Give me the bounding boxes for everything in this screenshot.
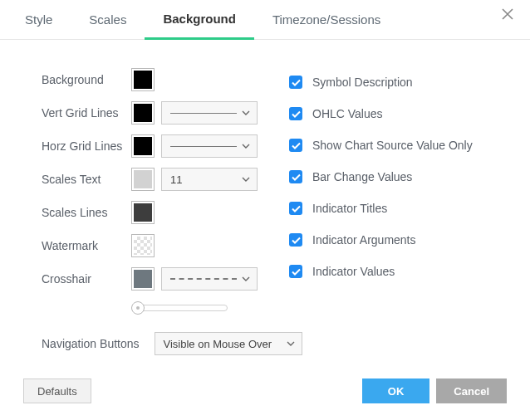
right-column: Symbol Description OHLC Values Show Char… [289, 63, 500, 320]
swatch-color-icon [134, 137, 152, 155]
row-indicator-titles: Indicator Titles [289, 193, 500, 224]
crosshair-line-style-dropdown[interactable] [161, 267, 258, 291]
check-icon [292, 79, 301, 86]
horz-grid-line-style-dropdown[interactable] [161, 134, 258, 158]
label-crosshair: Crosshair [42, 272, 125, 286]
crosshair-opacity-slider[interactable] [131, 301, 228, 315]
check-icon [292, 268, 301, 276]
scales-text-size-dropdown[interactable]: 11 [161, 168, 258, 191]
background-color-swatch[interactable] [131, 68, 155, 91]
row-crosshair: Crosshair [42, 262, 258, 295]
check-icon [292, 142, 301, 149]
crosshair-color-swatch[interactable] [131, 267, 155, 291]
scales-text-color-swatch[interactable] [131, 168, 155, 191]
settings-body: Background Vert Grid Lines Horz Grid Lin… [0, 40, 530, 320]
row-source-only: Show Chart Source Value Only [289, 129, 500, 161]
checkbox-source-only[interactable] [289, 139, 302, 152]
tab-scales[interactable]: Scales [71, 0, 145, 40]
chevron-down-icon [242, 177, 250, 182]
row-bar-change: Bar Change Values [289, 161, 500, 193]
row-scales-lines: Scales Lines [42, 196, 258, 229]
chevron-down-icon [242, 144, 250, 149]
label-navigation-buttons: Navigation Buttons [42, 337, 140, 350]
ok-button[interactable]: OK [362, 378, 430, 403]
swatch-color-icon [134, 203, 152, 222]
row-horz-grid: Horz Grid Lines [42, 129, 258, 163]
swatch-color-icon [134, 237, 152, 255]
label-ohlc-values[interactable]: OHLC Values [312, 107, 383, 120]
tab-background[interactable]: Background [145, 0, 254, 40]
swatch-color-icon [134, 170, 152, 188]
chevron-down-icon [287, 341, 295, 346]
check-icon [292, 205, 301, 212]
horz-grid-color-swatch[interactable] [131, 134, 155, 158]
left-column: Background Vert Grid Lines Horz Grid Lin… [42, 63, 258, 320]
line-solid-icon [170, 113, 237, 114]
slider-track [140, 305, 228, 311]
label-scales-lines: Scales Lines [42, 206, 125, 220]
row-scales-text: Scales Text 11 [42, 163, 258, 196]
row-navigation-buttons: Navigation Buttons Visible on Mouse Over [0, 320, 530, 355]
label-symbol-description[interactable]: Symbol Description [312, 76, 413, 89]
swatch-color-icon [134, 270, 152, 288]
tabs-bar: Style Scales Background Timezone/Session… [0, 0, 530, 40]
row-indicator-values: Indicator Values [289, 256, 500, 287]
vert-grid-line-style-dropdown[interactable] [161, 101, 258, 125]
row-indicator-arguments: Indicator Arguments [289, 224, 500, 256]
footer: Defaults OK Cancel [0, 378, 530, 403]
check-icon [292, 173, 301, 181]
row-symbol-description: Symbol Description [289, 66, 500, 98]
label-horz-grid: Horz Grid Lines [42, 139, 125, 154]
tab-style[interactable]: Style [7, 0, 71, 40]
checkbox-ohlc-values[interactable] [289, 107, 302, 120]
row-crosshair-opacity [42, 295, 258, 320]
row-background: Background [42, 63, 258, 96]
vert-grid-color-swatch[interactable] [131, 101, 155, 125]
navigation-buttons-dropdown[interactable]: Visible on Mouse Over [155, 332, 302, 355]
label-source-only[interactable]: Show Chart Source Value Only [312, 139, 473, 152]
navigation-buttons-value: Visible on Mouse Over [164, 338, 272, 350]
font-size-value: 11 [170, 173, 182, 186]
label-watermark: Watermark [42, 239, 125, 253]
line-dashed-icon [170, 278, 237, 280]
row-vert-grid: Vert Grid Lines [42, 96, 258, 129]
swatch-color-icon [134, 71, 152, 89]
label-indicator-values[interactable]: Indicator Values [312, 265, 395, 278]
defaults-button[interactable]: Defaults [23, 378, 91, 403]
label-background: Background [42, 73, 125, 87]
label-indicator-arguments[interactable]: Indicator Arguments [312, 233, 416, 247]
checkbox-bar-change[interactable] [289, 170, 302, 183]
tab-timezone-sessions[interactable]: Timezone/Sessions [254, 0, 399, 40]
close-icon [502, 8, 513, 20]
checkbox-indicator-values[interactable] [289, 265, 302, 278]
chevron-down-icon [242, 276, 250, 281]
label-vert-grid: Vert Grid Lines [42, 106, 125, 120]
scales-lines-color-swatch[interactable] [131, 201, 155, 224]
chevron-down-icon [242, 110, 250, 115]
checkbox-indicator-arguments[interactable] [289, 233, 302, 247]
swatch-color-icon [134, 104, 152, 122]
settings-panel: Style Scales Background Timezone/Session… [0, 0, 530, 420]
checkbox-indicator-titles[interactable] [289, 202, 302, 215]
close-button[interactable] [502, 8, 518, 25]
label-indicator-titles[interactable]: Indicator Titles [312, 202, 387, 215]
watermark-color-swatch[interactable] [131, 234, 155, 257]
label-scales-text: Scales Text [42, 173, 125, 187]
row-watermark: Watermark [42, 229, 258, 262]
row-ohlc-values: OHLC Values [289, 98, 500, 129]
checkbox-symbol-description[interactable] [289, 76, 302, 89]
cancel-button[interactable]: Cancel [436, 378, 507, 403]
slider-thumb[interactable] [131, 301, 145, 315]
label-bar-change[interactable]: Bar Change Values [312, 170, 412, 183]
line-solid-icon [170, 146, 237, 147]
check-icon [292, 237, 301, 244]
check-icon [292, 110, 301, 118]
